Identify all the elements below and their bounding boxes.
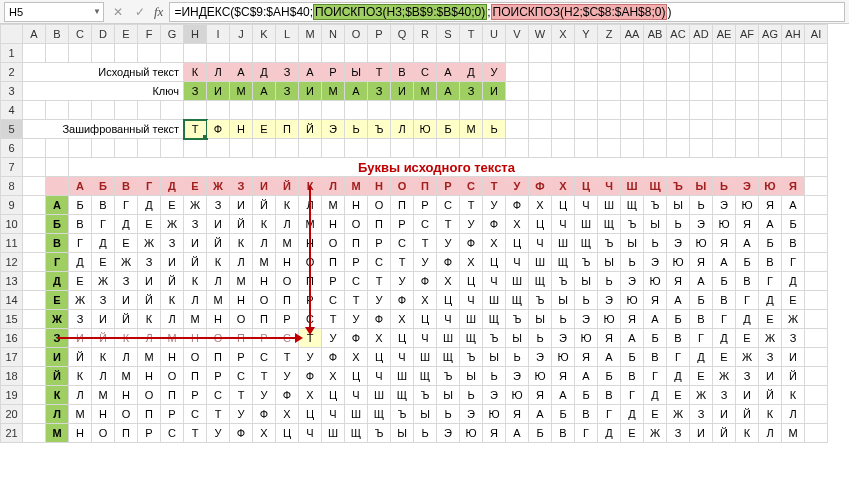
cell[interactable]: Р: [322, 272, 345, 291]
cell[interactable]: Й: [92, 329, 115, 348]
cell[interactable]: Л: [759, 424, 782, 443]
cell[interactable]: Э: [437, 424, 460, 443]
cell[interactable]: Й: [69, 348, 92, 367]
cell[interactable]: Б: [69, 196, 92, 215]
cell[interactable]: Р: [345, 253, 368, 272]
cell[interactable]: [414, 139, 437, 158]
cell[interactable]: К: [736, 424, 759, 443]
cell[interactable]: В: [736, 272, 759, 291]
cell[interactable]: [575, 139, 598, 158]
cell[interactable]: Я: [736, 215, 759, 234]
cell[interactable]: Ь: [690, 196, 713, 215]
cell[interactable]: З: [759, 348, 782, 367]
cell[interactable]: [667, 139, 690, 158]
cell[interactable]: Ц: [345, 367, 368, 386]
cell[interactable]: О: [138, 386, 161, 405]
cell[interactable]: [506, 120, 529, 139]
cell[interactable]: Й: [713, 424, 736, 443]
cell[interactable]: [253, 139, 276, 158]
cell[interactable]: Исходный текст: [23, 63, 184, 82]
cell[interactable]: [483, 44, 506, 63]
cell[interactable]: У: [437, 234, 460, 253]
col-header[interactable]: C: [69, 25, 92, 44]
cell[interactable]: У: [506, 177, 529, 196]
cell[interactable]: Ц: [299, 405, 322, 424]
cell[interactable]: Г: [92, 215, 115, 234]
cell[interactable]: Т: [460, 196, 483, 215]
cell[interactable]: Ц: [322, 386, 345, 405]
cell[interactable]: Ж: [690, 386, 713, 405]
cell[interactable]: З: [736, 367, 759, 386]
cell[interactable]: Р: [207, 367, 230, 386]
cell[interactable]: Ф: [529, 177, 552, 196]
cell[interactable]: [805, 310, 828, 329]
cell[interactable]: [276, 44, 299, 63]
cell[interactable]: О: [115, 405, 138, 424]
cell[interactable]: [598, 82, 621, 101]
cell[interactable]: И: [736, 386, 759, 405]
cell[interactable]: Ь: [667, 215, 690, 234]
cell[interactable]: Б: [552, 405, 575, 424]
cell[interactable]: Ч: [506, 253, 529, 272]
cell[interactable]: [621, 139, 644, 158]
cell[interactable]: [644, 82, 667, 101]
cell[interactable]: Е: [621, 424, 644, 443]
cell[interactable]: Ю: [667, 253, 690, 272]
cell[interactable]: З: [115, 272, 138, 291]
cell[interactable]: [161, 44, 184, 63]
cell[interactable]: Р: [391, 215, 414, 234]
cell[interactable]: И: [138, 272, 161, 291]
cell[interactable]: Ы: [598, 253, 621, 272]
cell[interactable]: З: [713, 386, 736, 405]
cell[interactable]: [782, 120, 805, 139]
cell[interactable]: [115, 101, 138, 120]
cell[interactable]: [690, 82, 713, 101]
cell[interactable]: [759, 139, 782, 158]
cell[interactable]: С: [322, 291, 345, 310]
cell[interactable]: А: [575, 367, 598, 386]
cell[interactable]: Р: [368, 234, 391, 253]
cell[interactable]: [644, 120, 667, 139]
cell[interactable]: Р: [437, 177, 460, 196]
cell[interactable]: К: [184, 272, 207, 291]
cell[interactable]: [644, 139, 667, 158]
cell[interactable]: К: [46, 386, 69, 405]
cell[interactable]: [23, 44, 46, 63]
cell[interactable]: Ч: [391, 348, 414, 367]
cell[interactable]: З: [368, 82, 391, 101]
cell[interactable]: М: [276, 234, 299, 253]
cell[interactable]: [230, 101, 253, 120]
cell[interactable]: М: [460, 120, 483, 139]
cell[interactable]: [230, 44, 253, 63]
cell[interactable]: [552, 44, 575, 63]
col-header[interactable]: H: [184, 25, 207, 44]
cell[interactable]: Ь: [414, 424, 437, 443]
cell[interactable]: Ы: [690, 177, 713, 196]
cell[interactable]: Э: [460, 405, 483, 424]
col-header[interactable]: T: [460, 25, 483, 44]
cell[interactable]: Д: [713, 329, 736, 348]
cell[interactable]: Х: [276, 405, 299, 424]
fx-icon[interactable]: fx: [152, 4, 165, 20]
cell[interactable]: [805, 348, 828, 367]
cell[interactable]: Ы: [621, 234, 644, 253]
row-header[interactable]: 7: [1, 158, 23, 177]
cell[interactable]: [69, 101, 92, 120]
cell[interactable]: З: [184, 82, 207, 101]
cell[interactable]: [690, 44, 713, 63]
chevron-down-icon[interactable]: ▼: [93, 7, 101, 16]
cell[interactable]: И: [184, 234, 207, 253]
cell[interactable]: К: [299, 177, 322, 196]
cell[interactable]: О: [161, 367, 184, 386]
cell[interactable]: [667, 63, 690, 82]
cell[interactable]: П: [368, 215, 391, 234]
cell[interactable]: В: [92, 196, 115, 215]
cell[interactable]: Ь: [713, 177, 736, 196]
cell[interactable]: Ь: [552, 310, 575, 329]
cell[interactable]: Я: [506, 405, 529, 424]
row-header[interactable]: 2: [1, 63, 23, 82]
cell[interactable]: [92, 139, 115, 158]
cell[interactable]: Ц: [437, 291, 460, 310]
cell[interactable]: Ъ: [391, 405, 414, 424]
cell[interactable]: Ж: [138, 234, 161, 253]
